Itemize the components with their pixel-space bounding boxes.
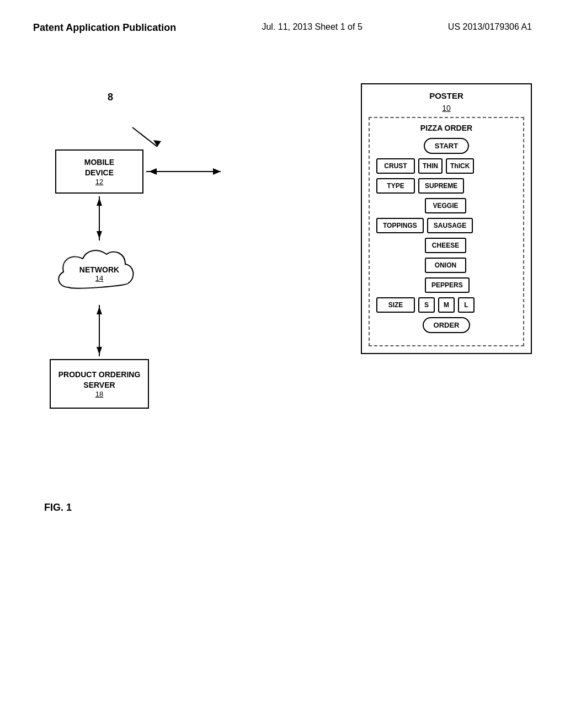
crust-row: CRUST THIN ThICK	[376, 158, 516, 174]
mobile-device-label: MOBILEDEVICE	[84, 157, 114, 177]
type-row: TYPE SUPREME	[376, 178, 516, 194]
poster-title: POSTER	[362, 84, 531, 104]
svg-marker-1	[153, 140, 161, 147]
size-m-button[interactable]: M	[438, 297, 455, 313]
crust-label: CRUST	[376, 158, 415, 174]
order-button[interactable]: ORDER	[423, 317, 471, 333]
onion-row: ONION	[425, 258, 516, 273]
svg-marker-6	[97, 307, 102, 314]
network-label: NETWORK 14	[79, 265, 119, 282]
size-s-button[interactable]: S	[418, 297, 435, 313]
network-name-label: NETWORK	[79, 265, 119, 274]
size-l-button[interactable]: L	[458, 297, 475, 313]
svg-marker-9	[213, 168, 221, 175]
ref-label-8: 8	[108, 92, 113, 103]
cheese-row: CHEESE	[425, 238, 516, 253]
patent-header: Patent Application Publication Jul. 11, …	[0, 0, 565, 45]
mobile-device-box: MOBILEDEVICE 12	[55, 149, 143, 194]
svg-marker-3	[97, 198, 102, 206]
peppers-row: PEPPERS	[425, 277, 516, 293]
figure-label: FIG. 1	[44, 502, 72, 513]
poster-ref: 10	[362, 104, 531, 113]
size-label: SIZE	[376, 297, 415, 313]
veggie-row: VEGGIE	[425, 198, 516, 213]
patent-header-center: Jul. 11, 2013 Sheet 1 of 5	[262, 22, 362, 32]
toppings-row: TOPPINGS SAUSAGE	[376, 218, 516, 233]
svg-marker-7	[97, 347, 102, 355]
order-row: ORDER	[376, 317, 516, 333]
onion-button[interactable]: ONION	[425, 258, 466, 273]
supreme-button[interactable]: SUPREME	[418, 178, 464, 194]
diagram-area: 8 MOBILEDEVICE 12 NETWORK 14 PRODUCT ORD…	[0, 61, 565, 558]
poster-inner: PIZZA ORDER START CRUST THIN ThICK TYPE …	[369, 117, 524, 346]
network-cloud: NETWORK 14	[52, 243, 146, 304]
thin-button[interactable]: THIN	[418, 158, 443, 174]
toppings-label: TOPPINGS	[376, 218, 424, 233]
start-row: START	[376, 138, 516, 154]
server-label: PRODUCT ORDERINGSERVER	[58, 370, 141, 389]
size-row: SIZE S M L	[376, 297, 516, 313]
sausage-button[interactable]: SAUSAGE	[427, 218, 473, 233]
thick-button[interactable]: ThICK	[446, 158, 474, 174]
patent-header-left: Patent Application Publication	[33, 22, 176, 34]
pizza-order-title: PIZZA ORDER	[376, 124, 516, 132]
cheese-button[interactable]: CHEESE	[425, 238, 466, 253]
svg-marker-4	[97, 231, 102, 239]
type-label: TYPE	[376, 178, 415, 194]
mobile-device-ref: 12	[95, 178, 103, 186]
poster-panel: POSTER 10 PIZZA ORDER START CRUST THIN T…	[361, 83, 532, 354]
network-ref: 14	[79, 274, 119, 282]
server-box: PRODUCT ORDERINGSERVER 18	[50, 359, 149, 409]
svg-line-0	[132, 127, 157, 147]
veggie-button[interactable]: VEGGIE	[425, 198, 466, 213]
server-ref: 18	[95, 390, 103, 398]
peppers-button[interactable]: PEPPERS	[425, 277, 470, 293]
patent-header-right: US 2013/0179306 A1	[448, 22, 532, 32]
svg-marker-10	[149, 168, 157, 175]
start-button[interactable]: START	[424, 138, 469, 154]
